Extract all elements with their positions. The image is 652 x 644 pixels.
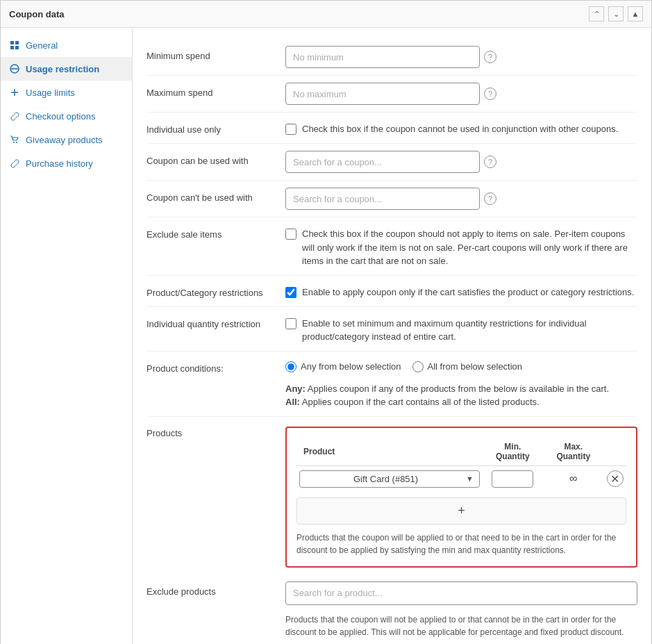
radio-all-input[interactable] (412, 361, 424, 372)
maximum-spend-control: ? (285, 83, 637, 105)
individual-quantity-restriction-checkbox[interactable] (285, 318, 296, 329)
product-category-restrictions-checkbox-row: Enable to apply coupon only if the cart … (285, 283, 634, 299)
window-title: Coupon data (9, 9, 64, 19)
exclude-products-description: Products that the coupon will not be app… (285, 613, 637, 638)
sidebar-item-general[interactable]: General (1, 33, 132, 57)
individual-quantity-restriction-checkbox-row: Enable to set minimum and maximum quanti… (285, 314, 637, 344)
radio-all-label: All from below selection (428, 361, 523, 372)
content-area: General Usage restriction (1, 28, 651, 644)
exclude-sale-items-control: Check this box if the coupon should not … (285, 224, 637, 268)
sidebar-item-usage-restriction[interactable]: Usage restriction (1, 57, 132, 81)
coupon-can-be-used-input[interactable] (285, 151, 480, 173)
individual-use-checkbox-label: Check this box if the coupon cannot be u… (302, 122, 618, 136)
coupon-can-be-used-help-icon[interactable]: ? (484, 156, 496, 168)
sidebar: General Usage restriction (1, 28, 133, 644)
svg-point-8 (13, 142, 15, 143)
products-content: Product Min. Quantity Max. Quantity (285, 424, 637, 568)
exclude-products-input[interactable] (285, 581, 637, 605)
sidebar-item-purchase-history[interactable]: Purchase history (1, 151, 132, 175)
individual-use-checkbox[interactable] (285, 124, 296, 135)
sidebar-item-giveaway-products[interactable]: Giveaway products (1, 128, 132, 151)
product-category-restrictions-label: Product/Category restrictions (147, 283, 285, 299)
minimum-spend-help-icon[interactable]: ? (484, 51, 496, 63)
table-row: Gift Card (#851) ▼ ∞ (296, 465, 626, 492)
individual-use-control: Check this box if the coupon cannot be u… (285, 119, 637, 136)
radio-option-all[interactable]: All from below selection (412, 361, 523, 372)
product-select-wrapper[interactable]: Gift Card (#851) ▼ (299, 470, 480, 488)
products-table-header-min-quantity: Min. Quantity (483, 438, 543, 466)
product-conditions-label: Product conditions: (147, 358, 285, 375)
min-quantity-cell (483, 465, 543, 492)
products-section-row: Products Product Min. Quantity Max. Quan… (147, 417, 637, 575)
svg-rect-2 (10, 46, 14, 49)
product-category-restrictions-checkbox-label: Enable to apply coupon only if the cart … (302, 286, 634, 299)
remove-product-button[interactable]: ✕ (607, 470, 624, 487)
maximum-spend-help-icon[interactable]: ? (484, 88, 496, 100)
product-cell: Gift Card (#851) ▼ (296, 465, 483, 492)
chevron-down-icon: ▼ (466, 474, 474, 483)
maximum-spend-row: Maximum spend ? (147, 76, 637, 113)
main-content: Minimum spend ? Maximum spend ? Individu… (133, 28, 651, 644)
min-quantity-input[interactable] (492, 470, 533, 488)
sidebar-item-giveaway-products-label: Giveaway products (26, 135, 103, 145)
minimum-spend-input[interactable] (285, 46, 480, 68)
sidebar-item-usage-limits-label: Usage limits (26, 88, 75, 98)
individual-quantity-restriction-checkbox-label: Enable to set minimum and maximum quanti… (302, 317, 637, 344)
exclude-products-row: Exclude products Products that the coupo… (147, 575, 637, 644)
radio-any-input[interactable] (285, 361, 296, 372)
products-label: Products (147, 424, 285, 438)
sidebar-item-usage-limits[interactable]: Usage limits (1, 81, 132, 104)
maximum-spend-input[interactable] (285, 83, 480, 105)
exclude-products-control: Products that the coupon will not be app… (285, 581, 637, 638)
coupon-cant-be-used-input[interactable] (285, 188, 480, 210)
radio-option-any[interactable]: Any from below selection (285, 361, 401, 372)
condition-description-all: All: Applies coupon if the cart contains… (285, 397, 540, 407)
product-category-restrictions-checkbox[interactable] (285, 287, 296, 298)
exclude-products-label: Exclude products (147, 581, 285, 598)
coupon-cant-be-used-row: Coupon can't be used with ? (147, 181, 637, 217)
title-down-button[interactable]: ⌄ (608, 6, 624, 22)
individual-use-checkbox-row: Check this box if the coupon cannot be u… (285, 119, 618, 136)
product-conditions-control: Any from below selection All from below … (285, 358, 637, 409)
svg-rect-0 (10, 41, 14, 44)
svg-point-9 (16, 142, 17, 143)
title-expand-button[interactable]: ▲ (628, 6, 643, 22)
remove-cell: ✕ (604, 465, 626, 492)
coupon-can-be-used-row: Coupon can be used with ? (147, 144, 637, 181)
coupon-cant-be-used-control: ? (285, 188, 637, 210)
product-category-restrictions-control: Enable to apply coupon only if the cart … (285, 283, 637, 299)
products-table: Product Min. Quantity Max. Quantity (296, 438, 626, 492)
product-category-restrictions-row: Product/Category restrictions Enable to … (147, 276, 637, 307)
products-table-header-row: Product Min. Quantity Max. Quantity (296, 438, 626, 466)
sidebar-item-checkout-options[interactable]: Checkout options (1, 104, 132, 128)
minimum-spend-label: Minimum spend (147, 46, 285, 63)
block-icon (9, 63, 20, 74)
add-product-button[interactable]: + (296, 497, 626, 525)
svg-rect-3 (15, 46, 19, 49)
exclude-sale-items-label: Exclude sale items (147, 224, 285, 241)
sidebar-item-purchase-history-label: Purchase history (26, 158, 93, 169)
coupon-cant-be-used-help-icon[interactable]: ? (484, 192, 496, 205)
product-select-text: Gift Card (#851) (306, 474, 466, 484)
exclude-sale-items-checkbox[interactable] (285, 229, 296, 240)
products-table-header-max-quantity: Max. Quantity (543, 438, 604, 466)
individual-quantity-restriction-label: Individual quantity restriction (147, 314, 285, 331)
minimum-spend-control: ? (285, 46, 637, 68)
sidebar-item-usage-restriction-label: Usage restriction (26, 64, 99, 74)
products-section: Product Min. Quantity Max. Quantity (285, 427, 637, 568)
products-description: Products that the coupon will be applied… (296, 531, 626, 556)
svg-rect-1 (15, 41, 19, 44)
max-quantity-cell: ∞ (543, 465, 604, 492)
product-conditions-row: Product conditions: Any from below selec… (147, 352, 637, 417)
individual-use-row: Individual use only Check this box if th… (147, 113, 637, 144)
minimum-spend-row: Minimum spend ? (147, 39, 637, 76)
title-up-button[interactable]: ⌃ (589, 6, 604, 22)
radio-any-label: Any from below selection (301, 361, 401, 372)
products-table-header-action (604, 438, 626, 466)
coupon-cant-be-used-label: Coupon can't be used with (147, 188, 285, 204)
coupon-data-window: Coupon data ⌃ ⌄ ▲ General (0, 0, 652, 644)
individual-quantity-restriction-row: Individual quantity restriction Enable t… (147, 307, 637, 352)
max-quantity-infinity: ∞ (569, 472, 577, 484)
coupon-can-be-used-label: Coupon can be used with (147, 151, 285, 167)
individual-quantity-restriction-control: Enable to set minimum and maximum quanti… (285, 314, 637, 344)
